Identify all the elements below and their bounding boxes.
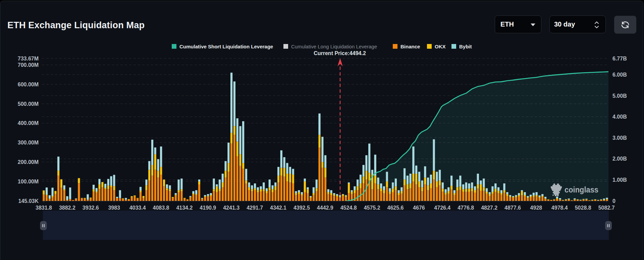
svg-text:Cumulative Long Liquidation Le: Cumulative Long Liquidation Leverage <box>291 44 377 49</box>
svg-text:3882.2: 3882.2 <box>59 205 75 211</box>
svg-text:4392.5: 4392.5 <box>293 205 310 211</box>
svg-text:4.00B: 4.00B <box>612 114 627 120</box>
svg-text:2.00B: 2.00B <box>612 156 627 162</box>
svg-text:3831.8: 3831.8 <box>36 205 52 211</box>
svg-text:500.00M: 500.00M <box>18 101 39 107</box>
svg-text:0: 0 <box>612 198 615 204</box>
svg-text:4291.7: 4291.7 <box>247 205 263 211</box>
svg-text:4241.3: 4241.3 <box>223 205 239 211</box>
svg-text:100.00M: 100.00M <box>18 179 39 184</box>
svg-text:4776.8: 4776.8 <box>458 205 474 211</box>
svg-text:4625.6: 4625.6 <box>387 205 404 211</box>
svg-text:4877.6: 4877.6 <box>504 205 521 211</box>
svg-text:700.00M: 700.00M <box>18 62 39 68</box>
svg-text:200.00M: 200.00M <box>18 159 39 165</box>
svg-text:Bybit: Bybit <box>459 44 472 49</box>
svg-text:3.00B: 3.00B <box>612 135 627 141</box>
svg-text:Cumulative Short Liquidation L: Cumulative Short Liquidation Leverage <box>179 44 273 49</box>
svg-text:145.03K: 145.03K <box>18 198 39 204</box>
svg-text:4524.8: 4524.8 <box>340 205 357 211</box>
svg-text:6.77B: 6.77B <box>612 56 627 61</box>
svg-text:3983: 3983 <box>108 205 120 211</box>
svg-text:733.67M: 733.67M <box>18 56 39 61</box>
svg-text:4033.4: 4033.4 <box>129 205 146 211</box>
svg-text:5028.8: 5028.8 <box>575 205 591 211</box>
svg-text:600.00M: 600.00M <box>18 82 39 87</box>
svg-text:4978.4: 4978.4 <box>551 205 568 211</box>
svg-text:5082.7: 5082.7 <box>598 205 615 211</box>
svg-text:Binance: Binance <box>400 44 420 49</box>
svg-text:4190.9: 4190.9 <box>200 205 216 211</box>
svg-text:coinglass: coinglass <box>565 185 598 194</box>
svg-text:300.00M: 300.00M <box>18 140 39 145</box>
svg-text:5.00B: 5.00B <box>612 93 627 99</box>
svg-text:400.00M: 400.00M <box>18 120 39 126</box>
svg-text:4575.2: 4575.2 <box>364 205 380 211</box>
svg-text:4726.4: 4726.4 <box>434 205 450 211</box>
svg-text:1.00B: 1.00B <box>612 177 627 183</box>
svg-text:4827.2: 4827.2 <box>481 205 497 211</box>
svg-text:4928: 4928 <box>530 205 542 211</box>
svg-text:OKX: OKX <box>435 44 446 49</box>
svg-text:6.00B: 6.00B <box>612 72 627 78</box>
svg-text:4083.8: 4083.8 <box>153 205 169 211</box>
svg-text:Current Price:4494.2: Current Price:4494.2 <box>314 50 366 56</box>
svg-text:4134.2: 4134.2 <box>176 205 193 211</box>
svg-text:4342.1: 4342.1 <box>270 205 286 211</box>
svg-text:4676: 4676 <box>413 205 425 211</box>
svg-text:4442.9: 4442.9 <box>317 205 333 211</box>
svg-text:3932.6: 3932.6 <box>83 205 99 211</box>
